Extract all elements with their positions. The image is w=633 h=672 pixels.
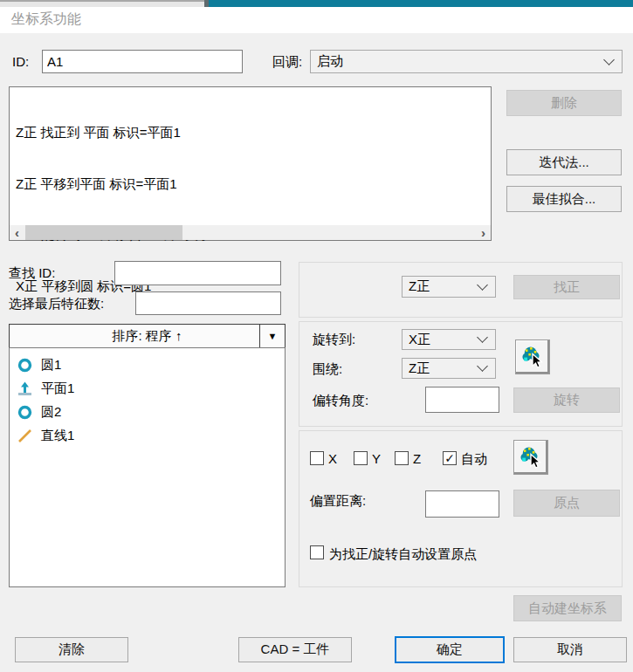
find-id-label: 查找 ID:: [9, 265, 55, 282]
auto-origin-label: 为找正/旋转自动设置原点: [329, 546, 477, 563]
callback-label: 回调:: [272, 54, 302, 71]
offset-input[interactable]: [425, 490, 499, 518]
app-accent-strip: [209, 0, 633, 7]
scrollbar-thumb[interactable]: [25, 225, 182, 240]
sort-header-label: 排序: 程序 ↑: [112, 328, 182, 345]
scroll-left-icon[interactable]: ‹: [10, 225, 24, 240]
feature-label: 圆1: [41, 357, 61, 374]
rotate-button[interactable]: 旋转: [513, 387, 620, 413]
sort-dropdown-icon[interactable]: ▼: [259, 325, 285, 347]
best-fit-button[interactable]: 最佳拟合...: [506, 186, 622, 212]
clear-button[interactable]: 清除: [15, 637, 128, 662]
angle-label: 偏转角度:: [313, 393, 368, 409]
pick-feature-icon: [518, 444, 544, 470]
dialog-title: 坐标系功能: [11, 10, 81, 29]
y-checkbox-label: Y: [372, 451, 381, 466]
feature-list[interactable]: 圆1 平面1 圆2 直线1: [9, 347, 286, 587]
cad-equals-workpiece-button[interactable]: CAD = 工件: [238, 637, 352, 662]
x-checkbox[interactable]: [310, 451, 324, 465]
list-item[interactable]: 平面1: [10, 377, 285, 401]
id-label: ID:: [12, 54, 29, 69]
auto-checkbox-label: 自动: [461, 451, 487, 468]
callback-select[interactable]: 启动: [310, 50, 623, 73]
rotate-to-select[interactable]: X正: [402, 329, 496, 350]
coordinate-system-dialog: 坐标系功能 ID: 回调: 启动 Z正 找正到 平面 标识=平面1 Z正 平移到…: [0, 0, 633, 672]
iteration-button[interactable]: 迭代法...: [506, 149, 622, 175]
z-checkbox[interactable]: [395, 451, 409, 465]
id-input[interactable]: [42, 50, 243, 73]
line-icon: [17, 429, 32, 443]
chevron-down-icon: [603, 54, 615, 65]
rotate-to-value: X正: [409, 332, 430, 348]
check-icon: ✓: [444, 452, 455, 464]
horizontal-scrollbar[interactable]: ‹ ›: [10, 225, 491, 240]
feature-label: 直线1: [41, 428, 74, 444]
align-axis-value: Z正: [409, 278, 430, 295]
angle-input[interactable]: [425, 387, 499, 413]
origin-button[interactable]: 原点: [513, 490, 620, 517]
last-features-label: 选择最后特征数:: [9, 296, 104, 312]
feature-label: 圆2: [41, 404, 61, 421]
feature-label: 平面1: [41, 381, 74, 397]
chevron-down-icon: [477, 332, 488, 343]
list-item[interactable]: 直线1: [10, 424, 285, 448]
auto-origin-checkbox[interactable]: [310, 545, 324, 559]
rotate-to-label: 旋转到:: [313, 332, 355, 348]
cancel-button[interactable]: 取消: [513, 637, 627, 662]
circle-icon: [17, 405, 32, 420]
pick-feature-icon: [519, 344, 546, 370]
around-select[interactable]: Z正: [402, 358, 496, 379]
list-item[interactable]: 圆2: [10, 401, 285, 424]
chevron-down-icon: [477, 360, 488, 372]
last-features-input[interactable]: [135, 291, 281, 315]
around-value: Z正: [409, 360, 430, 377]
x-checkbox-label: X: [328, 451, 337, 466]
auto-create-cs-button[interactable]: 自动建坐标系: [513, 595, 622, 621]
plane-icon: [17, 381, 32, 396]
alignment-command-list[interactable]: Z正 找正到 平面 标识=平面1 Z正 平移到平面 标识=平面1 X正 旋转到 …: [9, 86, 492, 241]
auto-checkbox[interactable]: ✓: [443, 451, 457, 465]
chevron-down-icon: [477, 279, 488, 291]
circle-icon: [17, 358, 32, 373]
alignment-line[interactable]: Z正 找正到 平面 标识=平面1: [16, 124, 485, 141]
ok-button[interactable]: 确定: [395, 636, 505, 663]
pick-feature-button[interactable]: [515, 339, 550, 374]
find-id-input[interactable]: [114, 261, 281, 285]
around-label: 围绕:: [313, 361, 342, 378]
alignment-line[interactable]: Z正 平移到平面 标识=平面1: [16, 175, 485, 193]
align-button[interactable]: 找正: [513, 275, 620, 299]
z-checkbox-label: Z: [413, 451, 421, 466]
dialog-titlebar: 坐标系功能: [0, 7, 633, 33]
pick-origin-button[interactable]: [513, 440, 548, 475]
y-checkbox[interactable]: [354, 451, 368, 465]
offset-label: 偏置距离:: [310, 493, 366, 510]
background-window-strip: [0, 0, 204, 7]
delete-button[interactable]: 删除: [506, 90, 622, 116]
callback-value: 启动: [317, 53, 343, 70]
align-axis-select[interactable]: Z正: [402, 276, 496, 298]
list-item[interactable]: 圆1: [10, 353, 285, 377]
sort-header[interactable]: 排序: 程序 ↑ ▼: [9, 324, 286, 348]
scroll-right-icon[interactable]: ›: [476, 225, 491, 240]
